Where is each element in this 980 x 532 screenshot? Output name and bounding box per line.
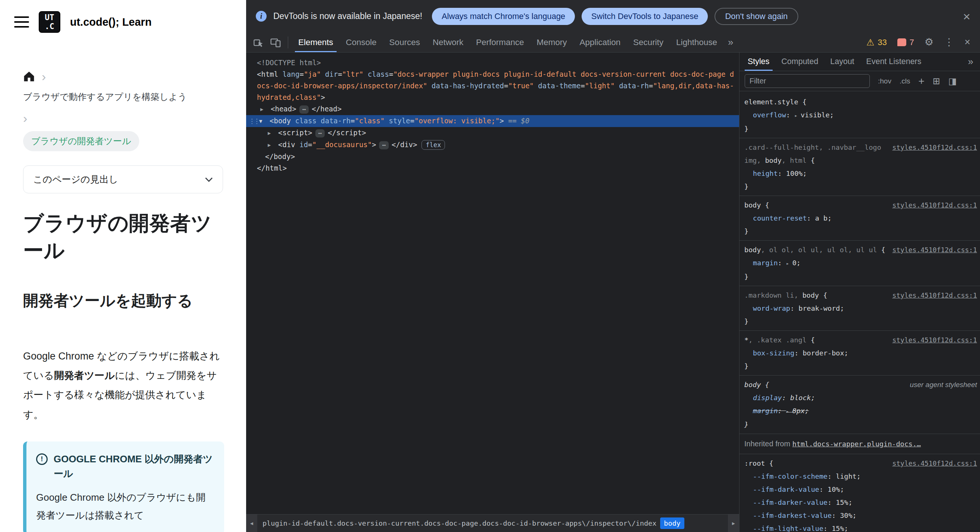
css-declaration[interactable]: --ifm-darker-value: 15%; (740, 496, 978, 509)
css-selector[interactable]: ol ol, ol ul, ul ol, ul ul (769, 246, 877, 254)
more-options-icon[interactable]: ⋮ (944, 37, 954, 47)
css-selector-line[interactable]: styles.4510f12d.css:1:root { (740, 457, 978, 470)
stylesheet-link[interactable]: styles.4510f12d.css:1 (892, 199, 977, 212)
expand-value-icon[interactable]: ▸ (786, 260, 792, 266)
issues-indicator[interactable]: 7 (897, 38, 914, 47)
css-selector[interactable]: element.style (744, 98, 798, 106)
tab-performance[interactable]: Performance (469, 32, 530, 52)
sidebar-tab-styles[interactable]: Styles (742, 53, 776, 71)
css-selector[interactable]: body (765, 156, 782, 164)
site-logo[interactable]: UT .C (39, 11, 60, 33)
css-selector[interactable]: body (744, 246, 761, 254)
toc-collapsible[interactable]: このページの見出し (23, 166, 223, 193)
css-declaration[interactable]: --ifm-dark-value: 10%; (740, 483, 978, 496)
css-declaration[interactable]: margin: ▸ 0; (740, 256, 978, 270)
tab-elements[interactable]: Elements (292, 32, 340, 52)
tab-security[interactable]: Security (627, 32, 670, 52)
css-selector-line[interactable]: element.style { (740, 96, 978, 108)
css-declaration[interactable]: word-wrap: break-word; (740, 302, 978, 315)
dom-node-menu-icon[interactable]: ⋮⋮ (249, 115, 258, 127)
sidebar-tab-computed[interactable]: Computed (776, 53, 824, 71)
breadcrumb-section-link[interactable]: ブラウザで動作するアプリを構築しよう (23, 91, 187, 103)
expand-value-icon[interactable]: ▸ (786, 408, 792, 414)
site-title[interactable]: ut.code(); Learn (70, 16, 151, 28)
expand-arrow-icon[interactable]: ▶ (259, 104, 271, 115)
inspect-element-icon[interactable] (250, 37, 267, 48)
more-sidebar-tabs-icon[interactable]: » (968, 56, 978, 67)
dom-crumb-trail[interactable]: plugin-id-default.docs-version-current.d… (257, 514, 656, 532)
tab-sources[interactable]: Sources (383, 32, 426, 52)
device-toolbar-icon[interactable] (267, 37, 284, 48)
always-match-language-button[interactable]: Always match Chrome's language (432, 8, 575, 25)
inherited-from-link[interactable]: html.docs-wrapper.plugin-docs.… (792, 440, 921, 448)
css-selector-line[interactable]: styles.4510f12d.css:1body, ol ol, ol ul,… (740, 243, 978, 256)
dom-node[interactable]: ▶<script>⋯</script> (246, 127, 739, 139)
dont-show-again-button[interactable]: Don't show again (714, 8, 798, 25)
css-selector[interactable]: body (744, 381, 761, 389)
css-declaration[interactable]: --ifm-light-value: 15%; (740, 522, 978, 532)
tab-application[interactable]: Application (573, 32, 627, 52)
css-selector-line[interactable]: styles.4510f12d.css:1body { (740, 199, 978, 212)
new-style-rule-icon[interactable]: + (918, 76, 924, 86)
expand-value-icon[interactable]: ▸ (794, 113, 800, 118)
css-declaration[interactable]: --ifm-darkest-value: 30%; (740, 509, 978, 522)
css-selector-line[interactable]: styles.4510f12d.css:1.markdown li, body … (740, 289, 978, 302)
stylesheet-link[interactable]: styles.4510f12d.css:1 (892, 457, 977, 470)
more-panels-icon[interactable]: » (724, 37, 738, 48)
warnings-indicator[interactable]: ⚠33 (866, 38, 887, 47)
css-selector[interactable]: .katex .angl (757, 336, 807, 344)
dom-node[interactable]: </html> (246, 162, 739, 174)
dom-node[interactable]: ▶<div id="__docusaurus">⋯</div>flex (246, 139, 739, 151)
css-selector[interactable]: :root (744, 459, 765, 467)
devtools-close-icon[interactable]: × (964, 37, 970, 47)
dom-node[interactable]: <html lang="ja" dir="ltr" class="docs-wr… (246, 68, 739, 103)
dom-node[interactable]: ▶<head>⋯</head> (246, 103, 739, 115)
stylesheet-link[interactable]: styles.4510f12d.css:1 (892, 141, 977, 154)
css-selector[interactable]: .markdown li (744, 291, 794, 299)
stylesheet-link[interactable]: styles.4510f12d.css:1 (892, 243, 977, 256)
css-selector[interactable]: html (790, 156, 807, 164)
css-declaration[interactable]: margin: ▸ 8px; (740, 404, 978, 418)
collapsed-content-icon[interactable]: ⋯ (299, 105, 309, 114)
tab-console[interactable]: Console (340, 32, 383, 52)
switch-devtools-japanese-button[interactable]: Switch DevTools to Japanese (582, 8, 708, 25)
css-declaration[interactable]: display: block; (740, 391, 978, 404)
css-selector[interactable]: body (744, 201, 761, 209)
home-icon[interactable] (23, 71, 35, 82)
notification-close-icon[interactable]: × (963, 10, 970, 23)
css-declaration[interactable]: box-sizing: border-box; (740, 346, 978, 360)
hamburger-menu-button[interactable] (14, 16, 29, 27)
collapsed-content-icon[interactable]: ⋯ (379, 141, 389, 150)
expand-arrow-icon[interactable]: ▶ (267, 127, 278, 139)
css-selector[interactable]: body (802, 291, 819, 299)
css-selector-line[interactable]: user agent stylesheetbody { (740, 378, 978, 391)
collapsed-content-icon[interactable]: ⋯ (315, 129, 325, 137)
flex-badge[interactable]: flex (422, 140, 445, 150)
tab-network[interactable]: Network (426, 32, 470, 52)
computed-sidebar-toggle-icon[interactable]: ◨ (948, 76, 957, 86)
dom-node[interactable]: <!DOCTYPE html> (246, 57, 739, 68)
sidebar-tab-layout[interactable]: Layout (824, 53, 861, 71)
collapse-arrow-icon[interactable]: ▼ (258, 115, 270, 127)
expand-arrow-icon[interactable]: ▶ (267, 139, 278, 151)
dom-node[interactable]: </body> (246, 151, 739, 162)
dom-node[interactable]: ⋮⋮▼<body class data-rh="class" style="ov… (246, 115, 739, 127)
css-selector-line[interactable]: styles.4510f12d.css:1.card--full-height,… (740, 141, 978, 167)
selected-node-crumb[interactable]: body (660, 518, 684, 529)
css-declaration[interactable]: overflow: ▸ visible; (740, 108, 978, 122)
css-selector-line[interactable]: styles.4510f12d.css:1*, .katex .angl { (740, 333, 978, 346)
css-declaration[interactable]: height: 100%; (740, 167, 978, 180)
settings-gear-icon[interactable]: ⚙ (924, 37, 934, 47)
crumb-scroll-right-icon[interactable]: ▶ (728, 514, 739, 532)
font-editor-icon[interactable]: ⊞ (933, 76, 940, 86)
css-declaration[interactable]: counter-reset: a b; (740, 212, 978, 225)
css-selector[interactable]: * (744, 336, 748, 344)
tab-memory[interactable]: Memory (530, 32, 573, 52)
crumb-scroll-left-icon[interactable]: ◀ (246, 514, 257, 532)
stylesheet-link[interactable]: styles.4510f12d.css:1 (892, 289, 977, 302)
styles-filter-input[interactable] (745, 74, 870, 88)
stylesheet-link[interactable]: styles.4510f12d.css:1 (892, 333, 977, 346)
element-classes-toggle[interactable]: .cls (900, 77, 910, 85)
sidebar-tab-event-listeners[interactable]: Event Listeners (860, 53, 927, 71)
css-declaration[interactable]: --ifm-color-scheme: light; (740, 470, 978, 483)
